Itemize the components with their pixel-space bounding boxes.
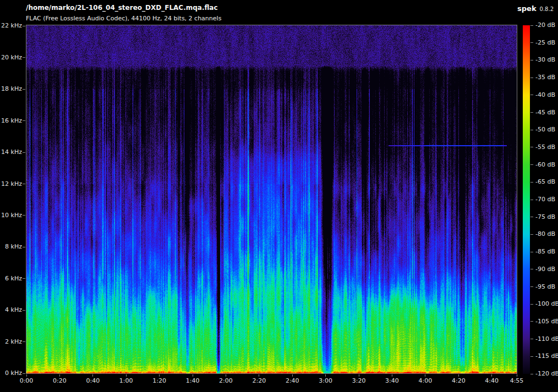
file-path-title: /home/marko/2L-106_04_stereo_DXD_FLAC.mq… xyxy=(26,4,218,12)
db-tick-mark xyxy=(530,182,533,183)
db-tick-mark xyxy=(530,321,533,322)
db-tick-mark xyxy=(530,78,533,78)
time-tick-label: 2:20 xyxy=(246,377,272,385)
freq-tick-mark xyxy=(23,278,25,279)
time-tick-label: 1:00 xyxy=(113,377,139,385)
time-tick-label: 0:40 xyxy=(80,377,106,385)
freq-tick-mark xyxy=(23,341,25,342)
db-tick-label: -40 dB xyxy=(535,91,555,99)
time-tick-label: 2:40 xyxy=(279,377,305,385)
time-tick-mark xyxy=(126,374,127,377)
db-tick-mark xyxy=(530,42,533,43)
time-tick-label: 4:55 xyxy=(504,377,530,385)
db-tick-mark xyxy=(530,252,533,252)
freq-tick-mark xyxy=(23,184,25,184)
db-tick-label: -30 dB xyxy=(535,56,555,64)
time-tick-mark xyxy=(259,374,259,377)
db-tick-mark xyxy=(530,339,533,339)
freq-tick-label: 8 kHz xyxy=(1,243,22,251)
db-tick-label: -120 dB xyxy=(535,370,558,378)
db-tick-label: -65 dB xyxy=(535,178,555,186)
app-brand: spek 0.8.2 xyxy=(517,4,554,13)
time-tick-label: 3:20 xyxy=(346,377,372,385)
time-tick-mark xyxy=(517,374,517,377)
app-window: { "app": {"name": "spek", "version": "0.… xyxy=(0,0,558,392)
db-tick-mark xyxy=(530,374,533,374)
time-tick-mark xyxy=(92,374,93,377)
freq-tick-mark xyxy=(23,89,25,90)
db-tick-mark xyxy=(530,95,533,95)
db-tick-label: -85 dB xyxy=(535,248,555,256)
db-tick-label: -60 dB xyxy=(535,161,555,169)
time-tick-mark xyxy=(193,374,193,377)
db-tick-label: -75 dB xyxy=(535,213,555,221)
freq-tick-mark xyxy=(23,152,25,153)
db-tick-mark xyxy=(530,356,533,357)
time-tick-label: 0:00 xyxy=(13,377,40,385)
db-tick-mark xyxy=(530,25,533,26)
db-tick-mark xyxy=(530,234,533,235)
db-tick-label: -105 dB xyxy=(535,318,558,325)
db-tick-mark xyxy=(530,147,533,147)
colorbar-gradient xyxy=(523,25,530,374)
time-tick-mark xyxy=(425,374,425,377)
db-tick-mark xyxy=(530,304,533,305)
db-tick-mark xyxy=(530,217,533,217)
freq-tick-mark xyxy=(23,26,25,26)
app-version: 0.8.2 xyxy=(540,6,554,12)
db-tick-mark xyxy=(530,200,533,200)
time-tick-mark xyxy=(325,374,326,377)
time-tick-mark xyxy=(59,374,60,377)
freq-tick-label: 2 kHz xyxy=(1,338,22,346)
time-tick-mark xyxy=(458,374,459,377)
time-tick-mark xyxy=(491,374,492,377)
db-tick-label: -50 dB xyxy=(535,126,555,134)
db-tick-mark xyxy=(530,112,533,113)
db-tick-label: -25 dB xyxy=(535,39,555,47)
db-tick-label: -90 dB xyxy=(535,266,555,273)
freq-tick-mark xyxy=(23,247,25,247)
db-tick-mark xyxy=(530,269,533,269)
db-tick-mark xyxy=(530,130,533,130)
db-tick-label: -55 dB xyxy=(535,143,555,151)
db-tick-label: -35 dB xyxy=(535,74,555,81)
freq-tick-label: 14 kHz xyxy=(1,148,22,156)
freq-tick-mark xyxy=(23,373,25,374)
db-tick-label: -45 dB xyxy=(535,109,555,117)
db-tick-mark xyxy=(530,60,533,60)
db-tick-label: -80 dB xyxy=(535,230,555,238)
time-tick-label: 3:40 xyxy=(379,377,405,385)
time-tick-label: 2:00 xyxy=(212,377,239,385)
db-tick-label: -95 dB xyxy=(535,283,555,291)
time-tick-label: 4:20 xyxy=(445,377,472,385)
time-tick-label: 1:20 xyxy=(146,377,173,385)
freq-tick-label: 10 kHz xyxy=(1,212,22,219)
db-tick-mark xyxy=(530,286,533,287)
freq-tick-label: 6 kHz xyxy=(1,275,22,283)
spectrogram-canvas[interactable] xyxy=(26,25,517,373)
time-tick-mark xyxy=(159,374,160,377)
time-tick-label: 1:40 xyxy=(179,377,206,385)
freq-tick-mark xyxy=(23,215,25,216)
freq-tick-label: 22 kHz xyxy=(1,22,22,30)
freq-tick-label: 0 kHz xyxy=(1,369,22,377)
db-tick-mark xyxy=(530,164,533,165)
time-tick-label: 4:40 xyxy=(479,377,505,385)
format-info: FLAC (Free Lossless Audio Codec), 44100 … xyxy=(26,15,221,22)
freq-tick-label: 18 kHz xyxy=(1,85,22,93)
time-tick-mark xyxy=(292,374,293,377)
db-tick-label: -20 dB xyxy=(535,21,555,29)
freq-tick-mark xyxy=(23,310,25,311)
time-tick-mark xyxy=(26,374,27,377)
db-tick-label: -70 dB xyxy=(535,196,555,203)
freq-tick-label: 12 kHz xyxy=(1,180,22,188)
app-name: spek xyxy=(517,4,537,13)
freq-tick-label: 16 kHz xyxy=(1,117,22,125)
db-tick-label: -100 dB xyxy=(535,300,558,308)
spectrogram-plot xyxy=(26,25,517,374)
freq-tick-label: 20 kHz xyxy=(1,54,22,62)
time-tick-mark xyxy=(359,374,359,377)
db-tick-label: -110 dB xyxy=(535,335,558,343)
time-tick-label: 4:00 xyxy=(412,377,439,385)
time-tick-label: 0:20 xyxy=(46,377,73,385)
